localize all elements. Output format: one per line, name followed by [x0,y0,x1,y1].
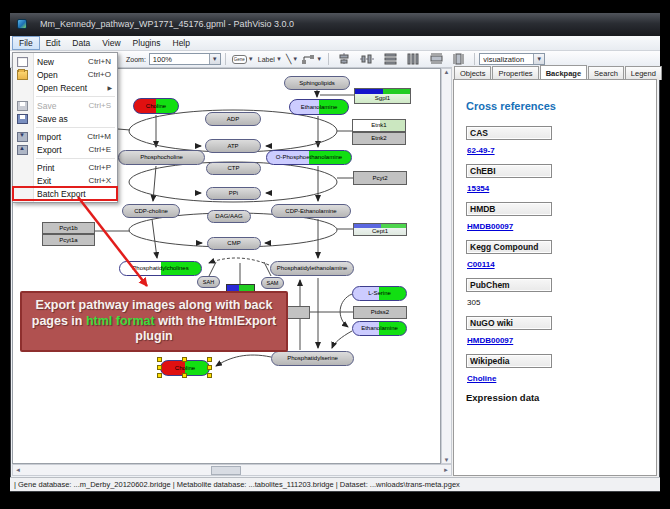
distribute-vertical-button[interactable] [384,53,397,66]
zoom-dropdown-icon[interactable]: ▼ [209,54,220,64]
pathway-node-etnk1[interactable]: Etnk1 [352,119,406,132]
file-menu-item-import[interactable]: ImportCtrl+M [13,130,117,143]
pathway-node-phosphatidylcholines[interactable]: Phosphatidylcholines [119,261,202,276]
xref-link[interactable]: 15354 [467,184,656,193]
distribute-horizontal-button[interactable] [407,53,420,66]
menu-item-label: Open [37,70,88,80]
xref-link[interactable]: 62-49-7 [467,146,656,155]
file-menu-item-export[interactable]: ExportCtrl+E [13,143,117,156]
menu-data[interactable]: Data [66,36,96,50]
menu-view[interactable]: View [96,36,126,50]
menu-bar: FileEditDataViewPluginsHelp [10,36,660,51]
menu-plugins[interactable]: Plugins [127,36,167,50]
menu-edit[interactable]: Edit [40,36,67,50]
pathway-node-cdp-ethanolamine[interactable]: CDP-Ethanolamine [271,204,351,218]
pathway-node-cmp[interactable]: CMP [207,237,261,250]
pathway-node-sphingolipids[interactable]: Sphingolipids [284,76,350,90]
menu-item-label: Exit [37,176,89,186]
status-text: | Gene database: ...m_Derby_20120602.bri… [14,480,460,489]
pathway-node-o-phosphoethanolamine[interactable]: O-Phosphoethanolamine [266,150,352,165]
align-center-button[interactable] [338,53,350,66]
pathway-node-sgpl1[interactable]: Sgpl1 [354,88,411,104]
scroll-left-icon[interactable]: ◄ [13,467,23,473]
xref-source-box: Kegg Compound [466,240,552,254]
pathway-node-ethanolamine[interactable]: Ethanolamine [352,321,407,336]
pathway-node-ppi[interactable]: PPi [206,187,261,200]
canvas-horizontal-scrollbar[interactable]: ◄ ► [12,464,452,476]
add-label-button[interactable]: Label ▼ [258,56,282,63]
xref-source-box: NuGO wiki [466,316,552,330]
chevron-down-icon[interactable]: ▼ [248,56,254,62]
file-menu-item-save-as[interactable]: Save as [13,112,117,125]
pathway-node-cept1[interactable]: Cept1 [353,223,407,236]
draw-connector-button[interactable]: ▼ [302,54,322,64]
pathway-node-ethanolamine[interactable]: Ethanolamine [289,99,349,115]
xref-link[interactable]: HMDB00097 [467,222,656,231]
pathway-node-adp[interactable]: ADP [205,112,261,126]
pathway-node[interactable] [287,306,310,319]
tab-search[interactable]: Search [588,66,624,80]
xref-source-box: PubChem [466,278,552,292]
pathway-node-pcyt1a[interactable]: Pcyt1a [42,234,95,246]
chevron-down-icon[interactable]: ▼ [533,54,544,64]
file-menu-item-save[interactable]: SaveCtrl+S [13,99,117,112]
common-width-button[interactable] [453,53,465,66]
backpage-panel[interactable]: Cross references CAS62-49-7ChEBI15354HMD… [453,79,657,476]
scroll-down-icon[interactable]: ▼ [442,457,452,463]
pathway-node-pcyt1b[interactable]: Pcyt1b [42,222,95,234]
toolbar-separator [328,53,329,65]
file-menu-item-open[interactable]: OpenCtrl+O [13,68,117,81]
scrollbar-thumb[interactable] [211,466,241,475]
file-menu-item-new[interactable]: NewCtrl+N [13,55,117,68]
add-datanode-button[interactable]: Gene ▼ [232,55,254,64]
pathway-node-sah[interactable]: SAH [197,276,220,288]
xref-list: CAS62-49-7ChEBI15354HMDBHMDB00097Kegg Co… [466,126,656,383]
xref-source-box: CAS [466,126,552,140]
pathway-node-etnk2[interactable]: Etnk2 [352,132,406,145]
file-menu-item-exit[interactable]: ExitCtrl+X [13,174,117,187]
file-menu-item-batch-export[interactable]: Batch Export [13,187,117,200]
tab-properties[interactable]: Properties [492,66,538,80]
zoom-value: 100% [153,55,209,64]
menu-item-shortcut: Ctrl+P [89,163,111,172]
pathway-node-choline[interactable]: Choline [160,360,210,376]
pathway-node-atp[interactable]: ATP [205,139,261,153]
pathway-node-phosphatidylethanolamine[interactable]: Phosphatidylethanolamine [270,261,354,276]
chevron-down-icon[interactable]: ▼ [316,56,322,62]
file-menu-item-open-recent[interactable]: Open Recent▶ [13,81,117,94]
scroll-right-icon[interactable]: ► [441,467,451,473]
pathway-node-dag-aag[interactable]: DAG/AAG [207,210,251,223]
tab-legend[interactable]: Legend [625,66,662,80]
pathway-node-phosphatidylserine[interactable]: Phosphatidylserine [271,351,354,366]
chevron-down-icon[interactable]: ▼ [276,56,282,62]
side-panel: ObjectsPropertiesBackpageSearchLegend Cr… [452,66,658,477]
scroll-up-icon[interactable]: ▲ [442,69,452,75]
tab-objects[interactable]: Objects [454,66,491,80]
pathway-node-ptdss2[interactable]: Ptdss2 [353,306,407,319]
pathway-node-ctp[interactable]: CTP [206,162,261,175]
pathway-node-pcyt2[interactable]: Pcyt2 [353,171,407,185]
pathway-node-l-serine[interactable]: L-Serine [352,286,407,301]
common-height-button[interactable] [430,53,443,65]
xref-link[interactable]: HMDB00097 [467,336,656,345]
chevron-down-icon[interactable]: ▼ [292,56,298,62]
pathway-node-sam[interactable]: SAM [261,277,284,289]
align-middle-button[interactable] [360,53,374,66]
status-bar: | Gene database: ...m_Derby_20120602.bri… [10,477,660,491]
menu-help[interactable]: Help [167,36,196,50]
title-bar[interactable]: Mm_Kennedy_pathway_WP1771_45176.gpml - P… [10,13,660,36]
menu-item-label: Import [37,132,87,142]
pathway-node-choline[interactable]: Choline [133,98,179,114]
pathway-node-phosphocholine[interactable]: Phosphocholine [118,150,205,165]
pathway-node-cdp-choline[interactable]: CDP-choline [122,204,180,218]
visualization-combobox[interactable]: visualization ▼ [479,53,545,65]
zoom-combobox[interactable]: 100% ▼ [149,53,221,65]
draw-line-button[interactable]: ╲ ▼ [286,54,298,64]
file-menu-item-print[interactable]: PrintCtrl+P [13,161,117,174]
menu-file[interactable]: File [12,36,40,50]
canvas-vertical-scrollbar[interactable]: ▲ ▼ [441,68,452,464]
xref-link[interactable]: C00114 [467,260,656,269]
tab-backpage[interactable]: Backpage [540,65,587,79]
xref-link[interactable]: Choline [467,374,656,383]
connector-icon [302,54,315,64]
